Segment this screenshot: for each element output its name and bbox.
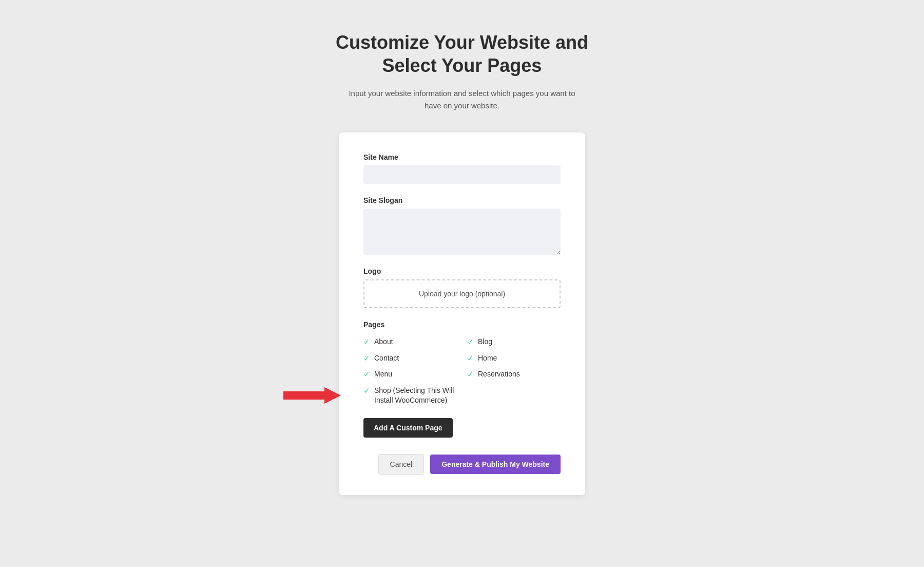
- page-title: Customize Your Website and Select Your P…: [336, 31, 588, 77]
- site-slogan-field: Site Slogan: [363, 196, 561, 255]
- check-icon-home: ✓: [467, 354, 474, 363]
- svg-marker-0: [283, 387, 341, 404]
- site-name-field: Site Name: [363, 153, 561, 184]
- page-subtitle: Input your website information and selec…: [344, 87, 580, 112]
- publish-button[interactable]: Generate & Publish My Website: [430, 455, 561, 474]
- site-slogan-input[interactable]: [363, 209, 561, 255]
- check-icon-menu: ✓: [363, 370, 370, 379]
- cancel-button[interactable]: Cancel: [378, 454, 425, 475]
- check-icon-about: ✓: [363, 337, 370, 347]
- check-icon-contact: ✓: [363, 354, 370, 363]
- pages-label: Pages: [363, 320, 561, 329]
- add-custom-page-button[interactable]: Add A Custom Page: [363, 418, 453, 438]
- page-label-blog: Blog: [478, 337, 492, 347]
- page-label-about: About: [374, 337, 393, 347]
- site-slogan-label: Site Slogan: [363, 196, 561, 204]
- logo-upload-area[interactable]: Upload your logo (optional): [363, 279, 561, 308]
- check-icon-shop: ✓: [363, 386, 370, 395]
- pages-grid: ✓ About ✓ Blog ✓ Contact ✓ Home ✓ Menu: [363, 337, 561, 406]
- pages-section: Pages ✓ About ✓ Blog ✓ Contact ✓ Home: [363, 320, 561, 454]
- page-item-home[interactable]: ✓ Home: [467, 353, 561, 364]
- page-label-shop: Shop (Selecting This Will Install WooCom…: [374, 386, 457, 406]
- page-item-menu[interactable]: ✓ Menu: [363, 369, 457, 380]
- check-icon-reservations: ✓: [467, 370, 474, 379]
- page-item-shop[interactable]: ✓ Shop (Selecting This Will Install WooC…: [363, 386, 457, 406]
- site-name-input[interactable]: [363, 165, 561, 184]
- site-name-label: Site Name: [363, 153, 561, 161]
- page-item-blog[interactable]: ✓ Blog: [467, 337, 561, 347]
- page-item-about[interactable]: ✓ About: [363, 337, 457, 347]
- page-item-contact[interactable]: ✓ Contact: [363, 353, 457, 364]
- logo-field: Logo Upload your logo (optional): [363, 267, 561, 308]
- page-label-home: Home: [478, 353, 497, 364]
- main-card: Site Name Site Slogan Logo Upload your l…: [339, 133, 585, 495]
- red-arrow-indicator: [276, 385, 348, 406]
- logo-label: Logo: [363, 267, 561, 275]
- page-item-reservations[interactable]: ✓ Reservations: [467, 369, 561, 380]
- page-label-reservations: Reservations: [478, 369, 520, 380]
- check-icon-blog: ✓: [467, 337, 474, 347]
- page-label-menu: Menu: [374, 369, 392, 380]
- page-label-contact: Contact: [374, 353, 399, 364]
- footer-actions: Cancel Generate & Publish My Website: [363, 454, 561, 475]
